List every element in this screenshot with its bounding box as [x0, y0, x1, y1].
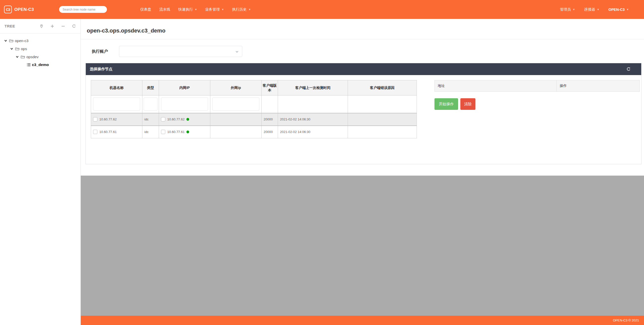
- caret-down-icon: ▼: [248, 8, 251, 11]
- panel-body: 机器名称 类型 内网IP 外网ip 客户端版本 客户端上一次检测时间 客户端错误…: [86, 75, 641, 164]
- folder-icon: [21, 55, 25, 59]
- filter-empty-cell: [262, 95, 278, 113]
- filter-machine-name-input[interactable]: [93, 98, 140, 111]
- external-ip: [210, 126, 262, 138]
- ip-checkbox[interactable]: [161, 117, 165, 121]
- locate-pin-icon[interactable]: [39, 24, 44, 28]
- last-check-time: 2021-02-02 14:06:30: [278, 126, 348, 138]
- col-internal-ip: 内网IP: [159, 80, 210, 95]
- client-error: [348, 126, 417, 138]
- node-table-header-row: 机器名称 类型 内网IP 外网ip 客户端版本 客户端上一次检测时间 客户端错误…: [91, 80, 417, 95]
- filter-empty-cell: [348, 95, 417, 113]
- service-node-icon: [27, 63, 30, 67]
- action-buttons: 开始操作 清除: [434, 98, 639, 110]
- chevron-down-icon[interactable]: [4, 39, 7, 42]
- chevron-down-icon[interactable]: [16, 55, 19, 58]
- client-version: 20000: [262, 113, 278, 126]
- filter-empty-cell: [278, 95, 348, 113]
- copyright-text: OPEN-C3 © 2021: [613, 318, 639, 322]
- collapse-minus-icon[interactable]: [61, 24, 65, 28]
- refresh-icon[interactable]: [72, 24, 76, 28]
- exec-account-label: 执行账户: [92, 49, 119, 54]
- brand[interactable]: C3 OPEN-C3: [4, 6, 34, 13]
- menu-item-dashboard[interactable]: 仪表盘: [140, 7, 151, 12]
- online-status-dot: [186, 118, 189, 121]
- tree-title: TREE: [5, 24, 15, 28]
- selected-nodes-column: 地址 操作 开始操作 清除: [434, 80, 639, 110]
- exec-account-select[interactable]: [119, 46, 242, 57]
- user-menu: 管理员▼ 连接器▼ OPEN-C3▼: [560, 7, 629, 12]
- brand-logo-icon: C3: [4, 6, 12, 13]
- filter-internal-ip-input[interactable]: [161, 98, 208, 111]
- chevron-down-icon: [235, 50, 239, 53]
- menu-item-exec-history[interactable]: 执行历史▼: [232, 7, 251, 12]
- caret-down-icon: ▼: [626, 8, 629, 11]
- tree: open-c3 ops opsdev c3_demo: [0, 34, 80, 69]
- main-menu: 仪表盘 流水线 快速执行▼ 业务管理▼ 执行历史▼: [140, 7, 251, 12]
- external-ip: [210, 113, 262, 126]
- menu-item-openc3[interactable]: OPEN-C3▼: [609, 8, 629, 12]
- tree-node-c3-demo[interactable]: c3_demo: [0, 61, 80, 69]
- selected-nodes-table: 地址 操作: [434, 80, 640, 92]
- top-navbar: C3 OPEN-C3 仪表盘 流水线 快速执行▼ 业务管理▼ 执行历史▼ 管理员…: [0, 0, 644, 19]
- filter-external-ip-input[interactable]: [212, 98, 259, 111]
- expand-plus-icon[interactable]: [50, 24, 54, 28]
- table-row: 10.60.77.62 idc 10.60.77.62 20000 2021-0…: [91, 113, 417, 126]
- col-address: 地址: [435, 80, 557, 92]
- node-select-panel: 选择操作节点 机器名称 类型 内网IP 外网ip: [86, 63, 641, 164]
- filter-type-input[interactable]: [144, 98, 157, 111]
- machine-type: idc: [142, 126, 159, 138]
- tree-node-opsdev[interactable]: opsdev: [0, 53, 80, 61]
- panel-header: 选择操作节点: [86, 63, 641, 75]
- ip-checkbox[interactable]: [161, 130, 165, 134]
- col-action: 操作: [557, 80, 640, 92]
- col-client-version: 客户端版本: [262, 80, 278, 95]
- tree-sidebar: TREE open-c3 ops: [0, 19, 81, 325]
- folder-icon: [15, 47, 20, 51]
- client-version: 20000: [262, 126, 278, 138]
- menu-item-business-mgmt[interactable]: 业务管理▼: [205, 7, 224, 12]
- menu-item-quick-exec[interactable]: 快速执行▼: [178, 7, 197, 12]
- start-operation-button[interactable]: 开始操作: [434, 98, 458, 110]
- table-row: 10.60.77.61 idc 10.60.77.61 20000 2021-0…: [91, 126, 417, 138]
- node-table-filter-row: [91, 95, 417, 113]
- page-title: open-c3.ops.opsdev.c3_demo: [87, 27, 644, 34]
- row-checkbox[interactable]: [93, 117, 97, 121]
- main-content: open-c3.ops.opsdev.c3_demo 执行账户 选择操作节点: [81, 19, 644, 176]
- tree-node-ops[interactable]: ops: [0, 45, 80, 53]
- tree-header: TREE: [0, 19, 80, 34]
- panel-title: 选择操作节点: [90, 67, 112, 72]
- menu-item-connector[interactable]: 连接器▼: [584, 7, 599, 12]
- col-external-ip: 外网ip: [210, 80, 262, 95]
- chevron-down-icon[interactable]: [10, 47, 13, 50]
- internal-ip: 10.60.77.62: [167, 117, 185, 121]
- col-type: 类型: [142, 80, 159, 95]
- node-table: 机器名称 类型 内网IP 外网ip 客户端版本 客户端上一次检测时间 客户端错误…: [91, 80, 417, 138]
- internal-ip: 10.60.77.61: [167, 130, 185, 134]
- refresh-icon[interactable]: [626, 67, 631, 71]
- row-checkbox[interactable]: [93, 130, 97, 134]
- exec-account-row: 执行账户: [92, 46, 644, 57]
- last-check-time: 2021-02-02 14:06:30: [278, 113, 348, 126]
- title-divider: [81, 39, 644, 39]
- col-client-error: 客户端错误原因: [348, 80, 417, 95]
- search-input[interactable]: [59, 6, 107, 13]
- client-error: [348, 113, 417, 126]
- machine-type: idc: [142, 113, 159, 126]
- caret-down-icon: ▼: [195, 8, 197, 11]
- selected-table-header-row: 地址 操作: [435, 80, 640, 92]
- folder-icon: [9, 39, 14, 43]
- caret-down-icon: ▼: [222, 8, 224, 11]
- online-status-dot: [186, 131, 189, 133]
- machine-name: 10.60.77.62: [99, 117, 117, 121]
- clear-button[interactable]: 清除: [460, 98, 475, 110]
- tree-node-open-c3[interactable]: open-c3: [0, 37, 80, 45]
- machine-name: 10.60.77.61: [99, 130, 117, 134]
- footer: OPEN-C3 © 2021: [81, 316, 644, 325]
- col-machine-name: 机器名称: [91, 80, 142, 95]
- caret-down-icon: ▼: [597, 8, 599, 11]
- menu-item-admin[interactable]: 管理员▼: [560, 7, 575, 12]
- menu-item-pipeline[interactable]: 流水线: [159, 7, 170, 12]
- col-last-check-time: 客户端上一次检测时间: [278, 80, 348, 95]
- caret-down-icon: ▼: [573, 8, 575, 11]
